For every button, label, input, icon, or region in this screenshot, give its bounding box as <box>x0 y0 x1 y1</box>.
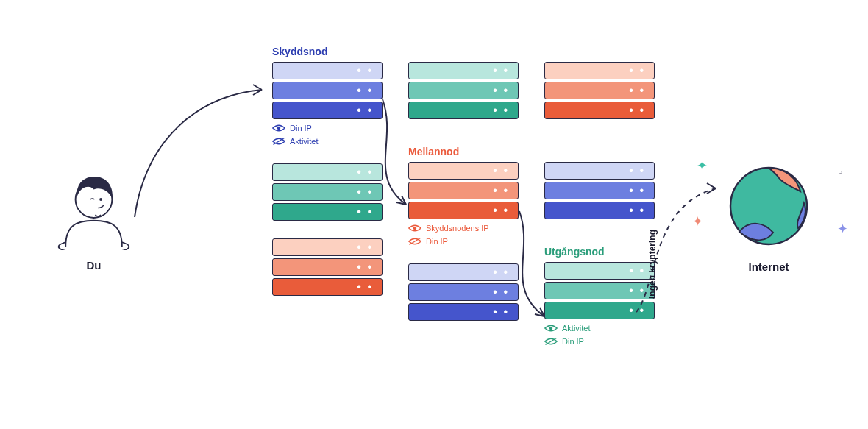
internet-label: Internet <box>702 260 835 273</box>
guard-hidden-text: Aktivitet <box>290 137 319 146</box>
guard-visible-text: Din IP <box>290 124 312 132</box>
no-encryption-label: Ingen kryptering <box>647 230 658 299</box>
server-stack-icon <box>408 62 519 119</box>
svg-point-3 <box>277 127 281 130</box>
user-label: Du <box>44 259 143 272</box>
arrow-user-to-guard <box>131 66 274 221</box>
internet-figure: ✦ ✦ ✦ ○ Internet <box>702 162 835 273</box>
person-icon <box>51 166 136 250</box>
globe-icon <box>725 162 813 250</box>
middle-visible-text: Skyddsnodens IP <box>426 224 489 233</box>
server-stack-icon <box>544 62 655 119</box>
exit-visible-row: Aktivitet <box>544 324 655 333</box>
sparkle-icon: ✦ <box>837 221 848 237</box>
user-figure: Du <box>44 166 143 272</box>
sparkle-icon: ✦ <box>697 157 708 174</box>
exit-visible-text: Aktivitet <box>562 324 591 333</box>
eye-open-icon <box>408 224 421 233</box>
server-stack-icon <box>272 238 383 296</box>
eye-crossed-icon <box>408 237 421 246</box>
svg-point-2 <box>99 198 102 201</box>
eye-crossed-icon <box>544 337 558 346</box>
svg-point-5 <box>413 227 417 230</box>
middle-hidden-text: Din IP <box>426 237 448 246</box>
exit-hidden-text: Din IP <box>562 337 584 346</box>
anon-server-stack <box>408 62 519 119</box>
sparkle-icon: ✦ <box>692 213 703 230</box>
exit-hidden-row: Din IP <box>544 337 655 346</box>
svg-point-7 <box>549 327 553 330</box>
arrow-guard-to-middle <box>353 96 419 213</box>
sparkle-icon: ○ <box>838 168 842 176</box>
arrow-middle-to-exit <box>491 208 558 325</box>
middle-node-title: Mellannod <box>408 146 519 157</box>
anon-server-stack <box>272 238 383 296</box>
guard-node-title: Skyddsnod <box>272 46 383 57</box>
anon-server-stack <box>544 62 655 119</box>
